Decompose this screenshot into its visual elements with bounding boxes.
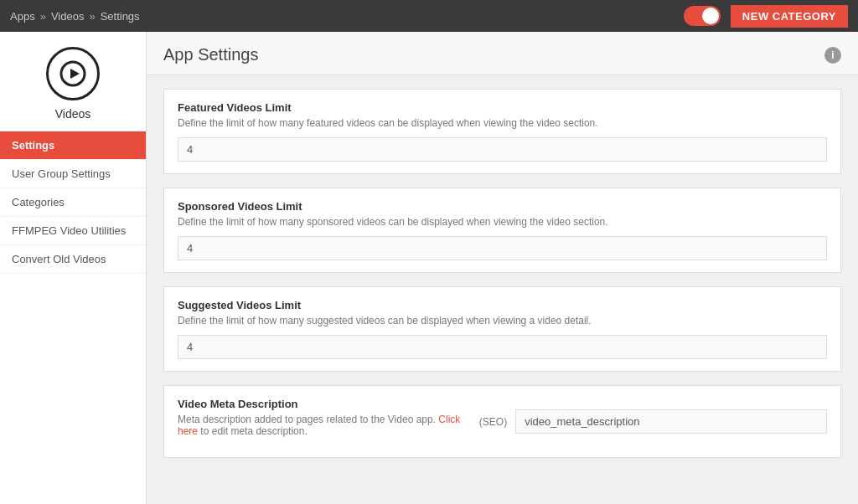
suggested-videos-limit-input[interactable]	[178, 335, 827, 359]
suggested-videos-limit-label: Suggested Videos Limit	[178, 299, 827, 311]
breadcrumb-separator-2: »	[89, 10, 95, 23]
info-icon[interactable]: i	[824, 47, 841, 64]
sidebar-item-categories[interactable]: Categories	[0, 188, 146, 217]
section-suggested-videos-limit: Suggested Videos Limit Define the limit …	[163, 286, 841, 372]
sidebar-item-convert[interactable]: Convert Old Videos	[0, 245, 146, 274]
video-meta-description-description: Meta description added to pages related …	[178, 414, 471, 437]
section-sponsored-videos-limit: Sponsored Videos Limit Define the limit …	[163, 188, 841, 273]
seo-label: (SEO)	[479, 416, 507, 428]
sidebar-link-categories[interactable]: Categories	[0, 188, 146, 217]
content-header: App Settings i	[147, 32, 858, 75]
sidebar-logo: Videos	[0, 32, 146, 131]
settings-body: Featured Videos Limit Define the limit o…	[147, 89, 858, 475]
sidebar: Videos Settings User Group Settings Cate…	[0, 32, 147, 504]
sidebar-nav: Settings User Group Settings Categories …	[0, 131, 146, 274]
section-featured-videos-limit: Featured Videos Limit Define the limit o…	[163, 89, 841, 174]
suggested-videos-limit-description: Define the limit of how many suggested v…	[178, 315, 827, 327]
layout: Videos Settings User Group Settings Cate…	[0, 32, 858, 504]
featured-videos-limit-description: Define the limit of how many featured vi…	[178, 117, 827, 129]
featured-videos-limit-label: Featured Videos Limit	[178, 101, 827, 114]
breadcrumb-current: Settings	[101, 10, 140, 23]
header: Apps » Videos » Settings NEW CATEGORY	[0, 0, 858, 32]
sidebar-link-convert[interactable]: Convert Old Videos	[0, 245, 146, 274]
breadcrumb: Apps » Videos » Settings	[10, 10, 140, 23]
sidebar-link-settings[interactable]: Settings	[0, 131, 146, 160]
sidebar-item-user-group-settings[interactable]: User Group Settings	[0, 160, 146, 188]
section-video-meta-description: Video Meta Description Meta description …	[163, 385, 841, 458]
video-meta-description-label: Video Meta Description	[178, 398, 471, 410]
sponsored-videos-limit-label: Sponsored Videos Limit	[178, 200, 827, 213]
breadcrumb-separator-1: »	[40, 10, 46, 23]
sidebar-item-settings[interactable]: Settings	[0, 131, 146, 160]
header-right: NEW CATEGORY	[684, 5, 848, 28]
toggle-switch[interactable]	[684, 6, 721, 26]
video-meta-description-input[interactable]	[515, 409, 827, 434]
breadcrumb-apps[interactable]: Apps	[10, 10, 35, 23]
video-meta-description-header-row: Video Meta Description Meta description …	[178, 398, 827, 445]
page-title: App Settings	[163, 45, 258, 64]
video-meta-description-prefix: Meta description added to pages related …	[178, 414, 438, 425]
app-logo-icon	[46, 47, 100, 100]
sidebar-link-user-group-settings[interactable]: User Group Settings	[0, 160, 146, 188]
main-content: App Settings i Featured Videos Limit Def…	[147, 32, 858, 504]
new-category-button[interactable]: NEW CATEGORY	[731, 5, 848, 28]
breadcrumb-videos[interactable]: Videos	[51, 10, 85, 23]
sponsored-videos-limit-description: Define the limit of how many sponsored v…	[178, 216, 827, 228]
video-meta-description-suffix: to edit meta description.	[198, 425, 308, 437]
sponsored-videos-limit-input[interactable]	[178, 236, 827, 260]
sidebar-link-ffmpeg[interactable]: FFMPEG Video Utilities	[0, 217, 146, 245]
app-name-label: Videos	[55, 107, 91, 121]
sidebar-item-ffmpeg[interactable]: FFMPEG Video Utilities	[0, 217, 146, 245]
featured-videos-limit-input[interactable]	[178, 137, 827, 162]
